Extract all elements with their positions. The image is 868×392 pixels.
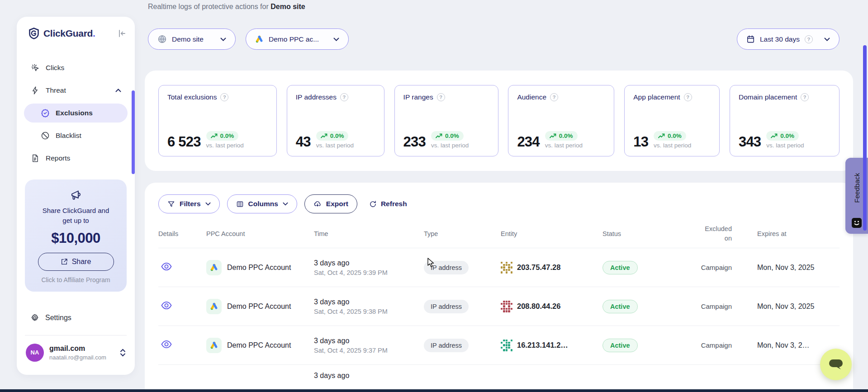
help-icon[interactable]: ? (801, 93, 809, 101)
status-badge: Active (602, 339, 638, 352)
time-full: Sat, Oct 4, 2025 9:38 PM (314, 308, 424, 315)
col-header-excluded-on[interactable]: Excluded on (688, 224, 738, 243)
expires-at-value: Mon, Nov 3, 2025 (738, 302, 840, 311)
google-ads-icon (206, 299, 222, 314)
col-header-time[interactable]: Time (314, 230, 424, 237)
help-icon[interactable]: ? (437, 93, 445, 101)
external-link-icon (61, 258, 68, 265)
view-details-button[interactable] (161, 301, 172, 310)
lightning-icon (30, 86, 40, 95)
globe-icon (157, 34, 167, 44)
excluded-on-value: Campaign (688, 302, 738, 310)
affiliate-promo-card: Share ClickGuard and get up to $10,000 S… (25, 179, 127, 292)
view-details-button[interactable] (161, 262, 172, 271)
calendar-icon (746, 35, 755, 43)
help-icon[interactable]: ? (550, 93, 558, 101)
stat-value: 233 (403, 135, 426, 149)
share-button[interactable]: Share (38, 253, 114, 271)
table-row: Demo PPC Account 3 days agoSat, Oct 4, 2… (158, 248, 840, 287)
sidebar-item-reports[interactable]: Reports (24, 149, 128, 168)
user-menu[interactable]: NA gmail.com naatali.ro@gmail.com (24, 344, 128, 362)
sidebar-item-label: Blacklist (56, 132, 81, 140)
time-relative: 3 days ago (314, 336, 424, 346)
sidebar-item-blacklist[interactable]: Blacklist (24, 126, 128, 145)
page-subtitle: Realtime logs of protective actions for … (148, 3, 305, 11)
document-icon (30, 154, 40, 163)
type-badge: IP address (424, 261, 469, 274)
stat-card-total-exclusions: Total exclusions? 6 523 0.0% vs. last pe… (158, 85, 277, 156)
date-range-selector[interactable]: Last 30 days ? (737, 28, 840, 50)
ppc-account-name: Demo PPC Account (227, 264, 291, 272)
window-bottom-edge (0, 389, 868, 392)
promo-caption[interactable]: Click to Affiliate Program (31, 276, 120, 283)
col-header-type[interactable]: Type (424, 230, 501, 237)
delta-badge: 0.0% (431, 131, 464, 141)
refresh-icon (369, 200, 377, 208)
sidebar-item-label: Reports (46, 154, 70, 162)
sidebar-item-settings[interactable]: Settings (24, 308, 128, 328)
entity-value: 16.213.141.2… (517, 341, 568, 349)
stat-value: 6 523 (167, 135, 201, 149)
time-full: Sat, Oct 4, 2025 9:39 PM (314, 269, 424, 276)
col-header-ppc-account[interactable]: PPC Account (206, 230, 314, 237)
sidebar-item-label: Threat (46, 86, 66, 94)
delta-badge: 0.0% (545, 131, 578, 141)
promo-text: Share ClickGuard and get up to (31, 206, 120, 226)
help-icon[interactable]: ? (340, 93, 348, 101)
trend-up-icon (658, 133, 665, 138)
delta-caption: vs. last period (545, 142, 583, 149)
funnel-icon (167, 200, 175, 208)
megaphone-icon (31, 189, 120, 201)
status-badge: Active (602, 261, 638, 274)
cursor-click-icon (30, 63, 40, 72)
chat-launcher-button[interactable] (820, 349, 852, 380)
sidebar-collapse-icon[interactable] (118, 29, 128, 38)
ppc-account-selector[interactable]: Demo PPC ac... (246, 28, 349, 50)
chevron-down-icon (824, 38, 830, 41)
chevron-down-icon (205, 202, 211, 206)
stat-value: 343 (739, 135, 761, 149)
expires-at-value: Mon, Nov 3, 2025 (738, 264, 840, 272)
sidebar-divider (25, 335, 127, 335)
delta-caption: vs. last period (431, 142, 469, 149)
col-header-details[interactable]: Details (158, 230, 206, 237)
user-info: gmail.com naatali.ro@gmail.com (49, 344, 106, 360)
gear-icon (30, 313, 39, 322)
export-button[interactable]: Export (304, 194, 357, 213)
chevron-up-down-icon (120, 349, 126, 357)
sidebar-item-clicks[interactable]: Clicks (24, 58, 128, 77)
ban-icon (40, 131, 50, 140)
sidebar-nav: Clicks Threat Exclusions (24, 58, 128, 168)
sidebar-item-exclusions[interactable]: Exclusions (24, 104, 128, 123)
google-ads-icon (255, 35, 264, 43)
feedback-label: Feedback (853, 173, 861, 203)
sidebar-item-label: Clicks (46, 64, 64, 72)
site-selector[interactable]: Demo site (148, 28, 236, 50)
sidebar-item-label: Exclusions (56, 109, 93, 117)
sidebar-scrollbar-thumb[interactable] (132, 90, 135, 174)
excluded-on-value: Campaign (688, 341, 738, 349)
page-scrollbar-thumb[interactable] (863, 45, 867, 231)
columns-button[interactable]: Columns (227, 194, 297, 213)
col-header-entity[interactable]: Entity (501, 230, 602, 237)
help-icon[interactable]: ? (220, 93, 228, 101)
filters-button[interactable]: Filters (158, 194, 220, 213)
promo-amount: $10,000 (31, 230, 120, 246)
cloud-download-icon (313, 200, 322, 208)
avatar: NA (26, 344, 44, 362)
stat-card-app-placement: App placement? 13 0.0% vs. last period (624, 85, 720, 156)
view-details-button[interactable] (161, 340, 172, 349)
time-full: Sat, Oct 4, 2025 9:37 PM (314, 347, 424, 354)
delta-badge: 0.0% (654, 131, 686, 141)
entity-value: 208.80.44.26 (517, 302, 560, 311)
help-icon[interactable]: ? (684, 93, 692, 101)
trend-up-icon (771, 133, 778, 138)
col-header-expires-at[interactable]: Expires at (738, 230, 840, 237)
status-badge: Active (602, 300, 638, 313)
stat-label: App placement (633, 93, 680, 101)
refresh-button[interactable]: Refresh (369, 200, 407, 208)
clickguard-logo-icon (28, 28, 39, 39)
stats-panel: Total exclusions? 6 523 0.0% vs. last pe… (145, 71, 853, 171)
col-header-status[interactable]: Status (602, 230, 688, 237)
sidebar-item-threat[interactable]: Threat (24, 81, 128, 100)
